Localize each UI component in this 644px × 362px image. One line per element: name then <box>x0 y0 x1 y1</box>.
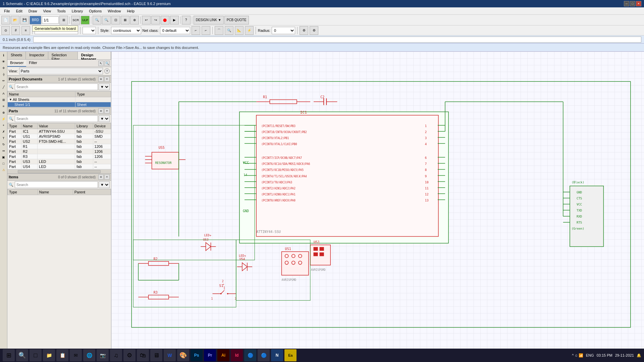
project-docs-search-select[interactable]: ▼ <box>99 83 110 90</box>
tree-expand[interactable]: ▼ <box>9 98 12 101</box>
taskbar-illustrator[interactable]: Ai <box>217 349 229 361</box>
arc-tool-button[interactable]: ⌐ <box>202 26 210 35</box>
taskbar-paint[interactable]: 🎨 <box>177 349 189 361</box>
junction-tool[interactable]: ⊕ <box>1 110 7 116</box>
taskbar-eagle[interactable]: Ea <box>284 349 297 361</box>
taskbar-notification[interactable]: 🔔 <box>637 353 641 358</box>
taskbar-notepad[interactable]: N <box>271 349 283 361</box>
table-row[interactable]: PartR3fab1206 <box>8 154 111 159</box>
taskbar-notes[interactable]: 📋 <box>56 349 68 361</box>
style-select[interactable]: continuous <box>111 27 141 34</box>
delete-tool[interactable]: ✗ <box>1 129 7 135</box>
taskbar-word[interactable]: W <box>164 349 176 361</box>
minimize-button[interactable]: ─ <box>624 1 629 6</box>
netclass-select[interactable]: 0 default <box>160 27 190 34</box>
add-tool[interactable]: + <box>1 122 7 128</box>
table-row[interactable]: PartUS2FTDI-SMD-HE...fab-- <box>8 139 111 144</box>
board-switch-button[interactable]: ⊞ <box>59 16 68 24</box>
parts-menu[interactable]: ≡ <box>98 108 104 114</box>
eye-tool[interactable]: 👁 <box>1 59 7 65</box>
taskbar-explorer[interactable]: 📁 <box>43 349 55 361</box>
parts-scrollbar[interactable] <box>7 169 111 173</box>
zoom-area-button[interactable]: ⊠ <box>121 16 129 24</box>
erc-icon[interactable]: ⚠ <box>1 167 7 173</box>
menu-edit[interactable]: Edit <box>13 8 25 14</box>
table-row[interactable]: PartUS3LEDfab-- <box>8 159 111 164</box>
measure-button[interactable]: 📐 <box>235 26 244 35</box>
settings2-button[interactable]: ⚙ <box>310 26 318 35</box>
power-tool[interactable]: ⚡ <box>1 116 7 122</box>
view-help-button[interactable]: ? <box>104 68 110 74</box>
pcb-quote-button[interactable]: PCB QUOTE <box>224 16 249 24</box>
undo-button[interactable]: ↩ <box>142 16 151 24</box>
taskbar-photoshop[interactable]: Ps <box>191 349 203 361</box>
info-tool[interactable]: ℹ <box>1 52 7 58</box>
project-docs-add[interactable]: + <box>104 76 110 82</box>
menu-draw[interactable]: Draw <box>26 8 40 14</box>
table-row[interactable]: PartUS4LEDfab-- <box>8 164 111 169</box>
grid-button[interactable]: # <box>11 26 20 35</box>
menu-file[interactable]: File <box>1 8 13 14</box>
panel-arrow-tool[interactable]: ↖ <box>98 61 104 66</box>
table-row[interactable]: PartR1fab1206 <box>8 144 111 149</box>
text-tool[interactable]: T <box>1 135 7 141</box>
parts-add[interactable]: + <box>104 108 110 114</box>
page-input[interactable] <box>42 16 59 24</box>
items-menu[interactable]: ≡ <box>98 174 104 180</box>
taskbar-monitor[interactable]: 🖥 <box>150 349 162 361</box>
open-button[interactable]: 📂 <box>11 16 19 24</box>
bus-tool[interactable]: ≡ <box>1 103 7 109</box>
view-select[interactable]: Parts Net Classes Sheets <box>19 68 103 74</box>
zoom-fit-button[interactable]: ⊡ <box>111 16 120 24</box>
group-tool[interactable]: ▣ <box>1 154 7 160</box>
search-taskbar[interactable]: 🔍 <box>16 349 28 361</box>
parts-scroll-track[interactable] <box>18 170 101 173</box>
menu-window[interactable]: Window <box>105 8 123 14</box>
close-button[interactable]: ✕ <box>636 1 641 6</box>
table-row[interactable]: PartR2fab1206 <box>8 149 111 154</box>
panel-search-tool[interactable]: 🔍 <box>104 61 110 66</box>
print-button[interactable]: BRD <box>30 16 41 24</box>
project-docs-search-input[interactable] <box>15 83 98 90</box>
ulp-button[interactable]: ULP <box>81 16 90 24</box>
tab-selection-filter[interactable]: Selection Filter <box>48 52 78 59</box>
help-button[interactable]: ? <box>182 16 191 24</box>
script-button[interactable]: SCR <box>71 16 80 24</box>
forward-button[interactable]: ▶ <box>170 16 179 24</box>
menu-tools[interactable]: Tools <box>54 8 68 14</box>
corner-button[interactable]: ⌒ <box>215 26 223 35</box>
table-row[interactable]: ▼ All Sheets <box>8 97 111 102</box>
project-docs-menu[interactable]: ≡ <box>98 76 104 82</box>
taskbar-browser[interactable]: 🌐 <box>83 349 95 361</box>
zoom-plus-button[interactable]: ⊕ <box>130 16 139 24</box>
taskbar-blender[interactable]: 🔵 <box>244 349 256 361</box>
taskbar-chrome[interactable]: 🔵 <box>258 349 270 361</box>
subtab-browser[interactable]: Browser <box>7 60 26 67</box>
taskbar-music[interactable]: ♫ <box>110 349 122 361</box>
items-add[interactable]: + <box>104 174 110 180</box>
redo-button[interactable]: ↪ <box>151 16 160 24</box>
table-row[interactable]: Sheet 1/1 Sheet <box>8 102 111 107</box>
tab-design-manager[interactable]: Design Manager <box>78 52 111 59</box>
task-view[interactable]: □ <box>30 349 42 361</box>
items-search-input[interactable] <box>15 181 98 188</box>
wire-tool-button[interactable]: ⌐ <box>192 26 200 35</box>
move-tool[interactable]: ⟠ <box>1 71 7 77</box>
window-controls[interactable]: ─ □ ✕ <box>624 1 641 6</box>
tab-inspector[interactable]: Inspector <box>26 52 48 59</box>
design-link-button[interactable]: DESIGN LINK ▼ <box>194 16 224 24</box>
taskbar-indesign[interactable]: Id <box>231 349 243 361</box>
crosshair-tool[interactable]: ✛ <box>1 65 7 71</box>
menu-options[interactable]: Options <box>86 8 104 14</box>
line-tool[interactable]: ╱ <box>1 84 7 90</box>
taskbar-mail[interactable]: ✉ <box>70 349 82 361</box>
zoom-out-button[interactable]: 🔍 <box>102 16 111 24</box>
mirror-tool[interactable]: ⇔ <box>1 148 7 154</box>
schematic-canvas[interactable]: IC1 ATTINY44-SSU (PCINT11/RESET/DW)PB3 (… <box>111 52 644 361</box>
snap-button[interactable]: ⊙ <box>1 26 10 35</box>
zoom-btn2[interactable]: 🔍 <box>225 26 233 35</box>
subtab-filter[interactable]: Filter <box>26 60 40 67</box>
label-tool[interactable]: A <box>1 90 7 97</box>
menu-view[interactable]: View <box>40 8 54 14</box>
draw-tool[interactable]: ✏ <box>1 78 7 84</box>
